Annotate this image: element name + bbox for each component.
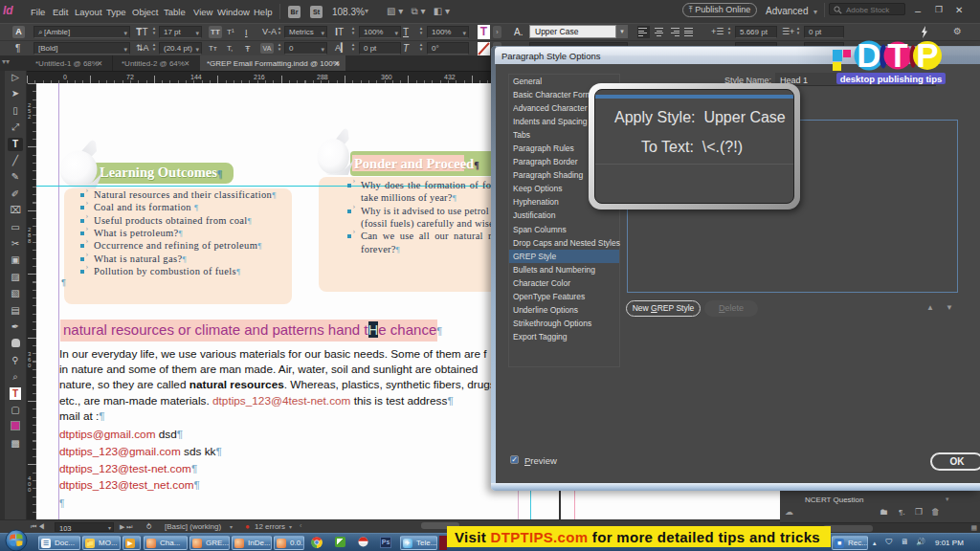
svg-text:P: P xyxy=(916,36,938,74)
svg-text:desktop publishing tips: desktop publishing tips xyxy=(840,74,943,84)
svg-text:D: D xyxy=(857,36,880,74)
svg-text:T: T xyxy=(887,36,907,74)
